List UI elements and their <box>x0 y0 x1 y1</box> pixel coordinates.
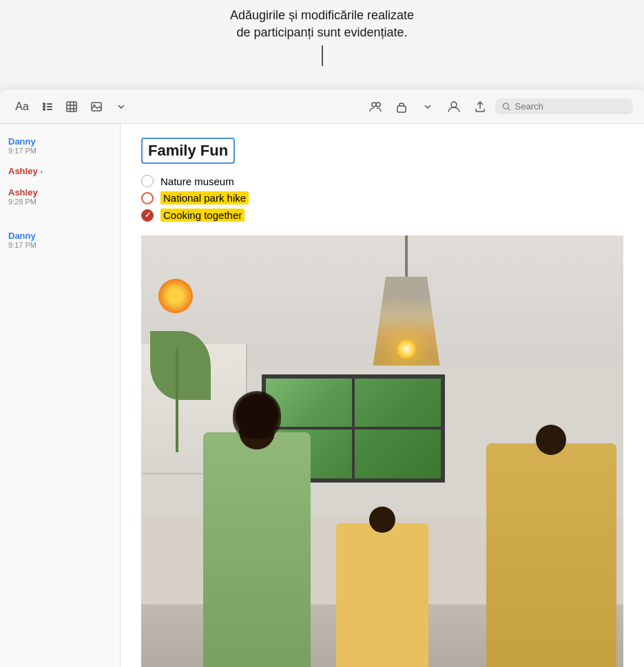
item-text: Nature museum <box>160 176 234 187</box>
timestamp: 9:17 PM <box>8 241 112 249</box>
flower-head <box>158 279 193 313</box>
photo-scene <box>141 235 623 667</box>
lock-dropdown-button[interactable] <box>417 96 439 118</box>
svg-point-16 <box>451 102 457 107</box>
man-hair <box>233 391 281 439</box>
collaboration-button[interactable] <box>364 96 386 118</box>
svg-point-14 <box>376 103 380 107</box>
checklist: Nature museum National park hike ✓ Cooki… <box>141 175 623 222</box>
tooltip-pointer <box>322 45 323 66</box>
child-face <box>369 507 395 533</box>
woman-shirt <box>486 443 616 667</box>
svg-rect-6 <box>67 102 76 112</box>
note-title: Family Fun <box>141 138 235 164</box>
item-text: Cooking together <box>160 209 245 222</box>
person-woman <box>479 388 623 668</box>
woman-face <box>536 425 566 455</box>
svg-point-13 <box>372 103 376 107</box>
sidebar-item[interactable]: Ashley 9:28 PM <box>0 182 120 211</box>
checkbox-checked[interactable]: ✓ <box>141 209 154 222</box>
checkbox-partial[interactable] <box>141 192 154 204</box>
author-name: Danny <box>8 136 112 147</box>
man-shirt <box>203 432 311 667</box>
checkbox-unchecked[interactable] <box>141 175 154 187</box>
checklist-item[interactable]: Nature museum <box>141 175 623 187</box>
note-photo <box>141 235 623 667</box>
person-child <box>324 487 440 667</box>
lamp-bulb <box>396 339 417 359</box>
pendant-lamp <box>372 235 441 373</box>
child-shirt <box>336 523 428 667</box>
font-button[interactable]: Aa <box>11 96 33 118</box>
svg-rect-15 <box>397 106 406 112</box>
svg-point-0 <box>43 103 45 105</box>
checklist-item[interactable]: ✓ Cooking together <box>141 209 623 222</box>
content-area: Danny 9:17 PM Ashley › Ashley 9:28 PM Da… <box>0 124 644 667</box>
format-button[interactable] <box>36 96 58 118</box>
timestamp: 9:17 PM <box>8 147 112 155</box>
note-content: Family Fun Nature museum National park h… <box>121 124 644 667</box>
media-button[interactable] <box>85 96 107 118</box>
window-cross-vertical <box>352 379 355 479</box>
search-input[interactable] <box>515 101 626 112</box>
checklist-item[interactable]: National park hike <box>141 191 623 204</box>
app-window: Aa <box>0 89 644 667</box>
tooltip-annotation: Adăugirile și modificările realizate de … <box>0 7 644 66</box>
svg-rect-5 <box>47 109 52 110</box>
author-name: Danny <box>8 231 112 241</box>
document-area: Family Fun Nature museum National park h… <box>121 124 644 667</box>
lamp-shade <box>372 277 441 373</box>
lamp-cord <box>405 235 408 277</box>
participants-button[interactable] <box>443 96 465 118</box>
flower-stem <box>176 348 178 452</box>
author-name: Ashley <box>8 187 112 198</box>
sidebar-item[interactable]: Danny 9:17 PM <box>0 225 120 255</box>
sidebar-item[interactable]: Ashley › <box>0 160 120 182</box>
svg-rect-3 <box>47 106 52 107</box>
sidebar-item[interactable]: Danny 9:17 PM <box>0 131 120 160</box>
svg-rect-1 <box>47 103 52 105</box>
svg-point-2 <box>43 105 45 108</box>
svg-point-17 <box>503 103 508 109</box>
share-button[interactable] <box>469 96 491 118</box>
author-name: Ashley › <box>8 166 112 176</box>
svg-point-4 <box>43 108 45 111</box>
person-man <box>180 331 334 667</box>
search-box <box>495 98 633 114</box>
toolbar-right <box>364 96 633 118</box>
lock-button[interactable] <box>391 96 413 118</box>
tooltip-line1: Adăugirile și modificările realizate de … <box>230 7 414 41</box>
table-button[interactable] <box>61 96 83 118</box>
media-dropdown-button[interactable] <box>110 96 132 118</box>
item-text: National park hike <box>160 191 249 204</box>
svg-line-18 <box>508 108 510 110</box>
search-icon <box>502 102 511 112</box>
change-history-sidebar: Danny 9:17 PM Ashley › Ashley 9:28 PM Da… <box>0 124 121 667</box>
toolbar: Aa <box>0 89 644 124</box>
timestamp: 9:28 PM <box>8 198 112 206</box>
